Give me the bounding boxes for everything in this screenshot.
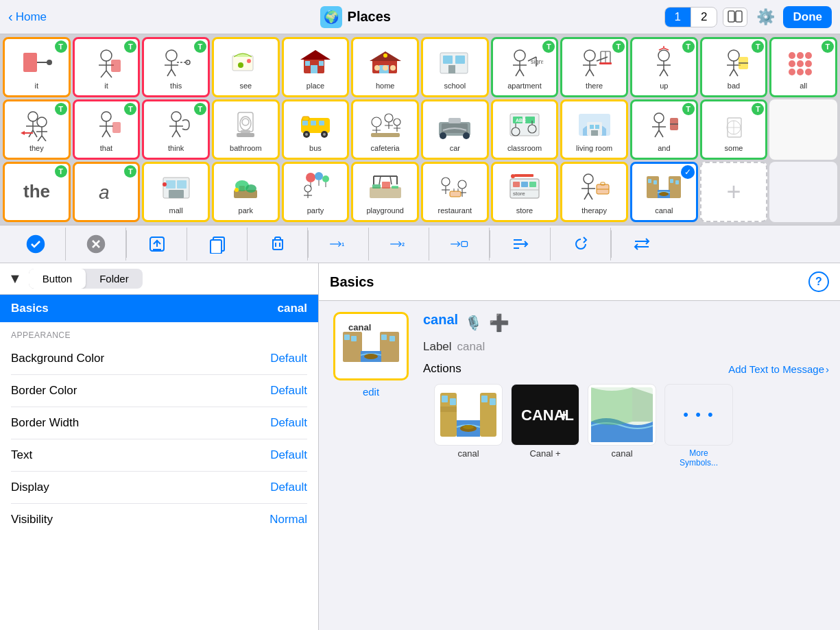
text-row[interactable]: Text Default — [11, 439, 307, 472]
swap-button[interactable] — [612, 228, 672, 261]
grid-cell-2-7[interactable]: store store — [491, 162, 559, 222]
svg-rect-53 — [599, 62, 612, 64]
settings-button[interactable]: ⚙️ — [753, 5, 778, 29]
grid-cell-2-0[interactable]: the T — [3, 162, 71, 222]
svg-rect-18 — [232, 56, 253, 71]
svg-point-67 — [789, 52, 795, 59]
back-button[interactable]: ‹ Home — [8, 9, 47, 25]
svg-text:1: 1 — [341, 242, 344, 247]
grid-cell-0-10[interactable]: bad T — [700, 37, 768, 97]
grid-cell-2-5[interactable]: playground — [351, 162, 419, 222]
border-width-row[interactable]: Border Width Default — [11, 407, 307, 439]
svg-point-255 — [463, 425, 474, 429]
svg-point-109 — [323, 133, 326, 136]
grid-cell-0-6[interactable]: school — [421, 37, 489, 97]
done-button[interactable]: Done — [783, 6, 832, 28]
cell-label-0-11: all — [800, 82, 807, 90]
grid-cell-0-4[interactable]: place — [282, 37, 350, 97]
grid-cell-2-8[interactable]: therapy — [560, 162, 628, 222]
grid-cell-1-4[interactable]: bus — [282, 99, 350, 160]
cell-label-1-1: that — [100, 144, 112, 152]
grid-cell-1-3[interactable]: bathroom — [212, 99, 280, 160]
sort-button[interactable] — [490, 228, 551, 261]
cell-label-0-2: this — [170, 82, 182, 90]
svg-text:+: + — [560, 407, 568, 424]
cell-label-0-3: see — [239, 82, 252, 90]
grid-cell-2-2[interactable]: mall — [142, 162, 210, 222]
grid-cell-canal[interactable]: canal ✓ — [630, 162, 698, 222]
svg-line-63 — [730, 69, 734, 76]
copy-button[interactable] — [187, 228, 248, 261]
svg-rect-138 — [590, 125, 594, 129]
grid-cell-1-9[interactable]: and T — [630, 99, 698, 160]
grid-cell-0-11[interactable]: all T — [769, 37, 837, 97]
appearance-label: APPEARANCE — [11, 322, 307, 343]
grid-cell-2-1[interactable]: a T — [73, 162, 141, 222]
page-title: Places — [348, 9, 391, 25]
grid-cell-0-3[interactable]: see — [212, 37, 280, 97]
grid-cell-1-7[interactable]: ABC classroom — [491, 99, 559, 160]
grid-cell-2-3[interactable]: park — [212, 162, 280, 222]
refresh-button[interactable] — [551, 228, 611, 261]
svg-point-76 — [28, 112, 38, 121]
bg-color-row[interactable]: Background Color Default — [11, 343, 307, 375]
grid-cell-0-5[interactable]: home — [351, 37, 419, 97]
display-row[interactable]: Display Default — [11, 472, 307, 504]
grid-cell-0-8[interactable]: there T — [560, 37, 628, 97]
grid-cell-0-1[interactable]: it T — [73, 37, 141, 97]
grid-cell-0-7[interactable]: signs apartment T — [491, 37, 559, 97]
svg-rect-188 — [450, 191, 461, 197]
svg-rect-175 — [382, 182, 390, 189]
grid-cell-1-8[interactable]: living room — [560, 99, 628, 160]
grid-cell-0-2[interactable]: this T — [142, 37, 210, 97]
cell-label-0-4: place — [307, 82, 324, 90]
border-color-row[interactable]: Border Color Default — [11, 375, 307, 407]
grid-cell-add[interactable]: + — [700, 162, 768, 222]
svg-rect-211 — [675, 180, 679, 184]
page-1-button[interactable]: 1 — [665, 8, 691, 27]
grid-cell-0-0[interactable]: it T — [3, 37, 71, 97]
symbol-item-2[interactable]: CANAL + Canal + — [511, 384, 579, 468]
grid-cell-1-5[interactable]: cafeteria — [351, 99, 419, 160]
breadcrumb-row: Basics canal — [0, 295, 318, 322]
goto-page1-button[interactable]: 1 — [309, 228, 369, 261]
confirm-button[interactable] — [5, 228, 66, 261]
goto-pages-button[interactable] — [429, 228, 490, 261]
svg-point-74 — [797, 69, 804, 75]
pages-icon[interactable] — [723, 8, 747, 27]
svg-point-214 — [27, 236, 44, 252]
page-2-button[interactable]: 2 — [691, 8, 717, 27]
cancel-button[interactable] — [66, 228, 126, 261]
cell-image-1-9 — [645, 107, 683, 143]
grid-cell-1-6[interactable]: car — [421, 99, 489, 160]
add-symbol-button[interactable]: ➕ — [489, 313, 509, 332]
t-badge-0-7: T — [542, 40, 555, 53]
grid-cell-1-2[interactable]: think T — [142, 99, 210, 160]
visibility-value: Normal — [269, 513, 307, 526]
grid-cell-1-0[interactable]: they T — [3, 99, 71, 160]
symbol-item-3[interactable]: canal — [588, 384, 656, 468]
svg-point-162 — [245, 184, 256, 193]
grid-cell-1-1[interactable]: that T — [73, 99, 141, 160]
svg-rect-251 — [481, 396, 488, 402]
svg-line-58 — [664, 69, 668, 76]
import-button[interactable] — [127, 228, 187, 261]
svg-line-40 — [516, 69, 520, 76]
seg-button-folder[interactable]: Folder — [86, 269, 143, 289]
collapse-chevron[interactable]: ▼ — [8, 271, 22, 287]
seg-button-btn[interactable]: Button — [29, 269, 86, 289]
grid-cell-2-6[interactable]: restaurant — [421, 162, 489, 222]
mic-icon[interactable]: 🎙️ — [465, 315, 482, 331]
edit-button[interactable]: edit — [363, 386, 379, 398]
grid-cell-1-10[interactable]: some T — [700, 99, 768, 160]
symbol-item-1[interactable]: canal — [434, 384, 503, 468]
add-text-action[interactable]: Add Text to Message › — [728, 363, 829, 375]
grid-cell-2-4[interactable]: party — [282, 162, 350, 222]
visibility-row[interactable]: Visibility Normal — [11, 504, 307, 535]
help-button[interactable]: ? — [808, 271, 829, 292]
more-symbols-button[interactable]: • • • MoreSymbols... — [664, 384, 733, 468]
delete-button[interactable] — [248, 228, 308, 261]
goto-page2-button[interactable]: 2 — [369, 228, 429, 261]
grid-cell-0-9[interactable]: up T — [630, 37, 698, 97]
cell-image-2-8 — [575, 169, 614, 205]
